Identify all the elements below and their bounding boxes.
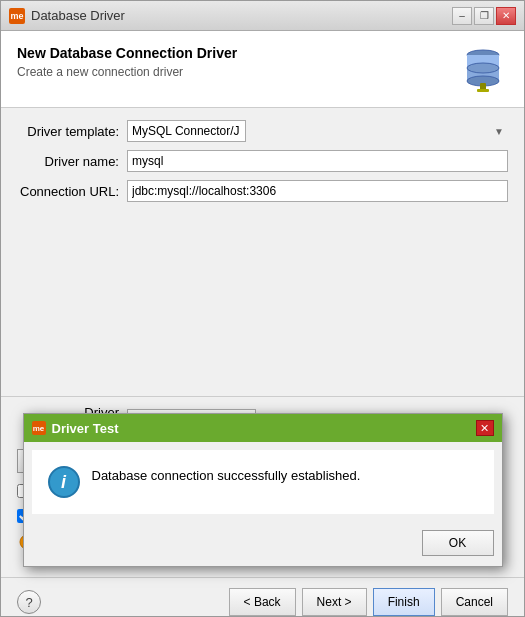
svg-point-4 — [467, 63, 499, 73]
window-content: New Database Connection Driver Create a … — [1, 31, 524, 616]
driver-name-label: Driver name: — [17, 154, 127, 169]
bottom-right: < Back Next > Finish Cancel — [229, 588, 508, 616]
back-button[interactable]: < Back — [229, 588, 296, 616]
restore-button[interactable]: ❐ — [474, 7, 494, 25]
modal-title-bar: me Driver Test ✕ — [24, 414, 502, 442]
info-icon: i — [48, 466, 80, 498]
main-window: me Database Driver – ❐ ✕ New Database Co… — [0, 0, 525, 617]
modal-close-button[interactable]: ✕ — [476, 420, 494, 436]
driver-test-modal: me Driver Test ✕ i Database connection s… — [23, 413, 503, 567]
driver-template-select[interactable]: MySQL Connector/J — [127, 120, 246, 142]
driver-name-input[interactable] — [127, 150, 508, 172]
relative-container: me Driver Test ✕ i Database connection s… — [1, 218, 524, 577]
cancel-button[interactable]: Cancel — [441, 588, 508, 616]
header-subtitle: Create a new connection driver — [17, 65, 237, 79]
modal-overlay: me Driver Test ✕ i Database connection s… — [1, 413, 524, 567]
help-button[interactable]: ? — [17, 590, 41, 614]
window-title: Database Driver — [31, 8, 125, 23]
next-button[interactable]: Next > — [302, 588, 367, 616]
close-button[interactable]: ✕ — [496, 7, 516, 25]
driver-template-row: Driver template: MySQL Connector/J ▼ — [17, 120, 508, 142]
bottom-nav: ? < Back Next > Finish Cancel — [1, 577, 524, 616]
connection-url-input[interactable] — [127, 180, 508, 202]
modal-footer: OK — [24, 522, 502, 566]
modal-title-left: me Driver Test — [32, 421, 119, 436]
title-bar: me Database Driver – ❐ ✕ — [1, 1, 524, 31]
ok-button[interactable]: OK — [422, 530, 494, 556]
top-form-section: Driver template: MySQL Connector/J ▼ Dri… — [1, 108, 524, 218]
modal-body: i Database connection successfully estab… — [32, 450, 494, 514]
driver-template-select-wrapper: MySQL Connector/J ▼ — [127, 120, 508, 142]
title-bar-controls: – ❐ ✕ — [452, 7, 516, 25]
database-icon — [458, 45, 508, 93]
header-text: New Database Connection Driver Create a … — [17, 45, 237, 79]
connection-url-label: Connection URL: — [17, 184, 127, 199]
modal-app-icon: me — [32, 421, 46, 435]
driver-template-label: Driver template: — [17, 124, 127, 139]
modal-message-row: i Database connection successfully estab… — [48, 466, 478, 498]
connection-url-row: Connection URL: — [17, 180, 508, 202]
finish-button[interactable]: Finish — [373, 588, 435, 616]
modal-title: Driver Test — [52, 421, 119, 436]
svg-rect-6 — [477, 89, 489, 92]
chevron-down-icon: ▼ — [494, 126, 504, 137]
app-icon: me — [9, 8, 25, 24]
header-heading: New Database Connection Driver — [17, 45, 237, 61]
minimize-button[interactable]: – — [452, 7, 472, 25]
bottom-left: ? — [17, 590, 41, 614]
header-section: New Database Connection Driver Create a … — [1, 31, 524, 108]
title-bar-left: me Database Driver — [9, 8, 125, 24]
modal-message-text: Database connection successfully establi… — [92, 466, 361, 486]
driver-name-row: Driver name: — [17, 150, 508, 172]
